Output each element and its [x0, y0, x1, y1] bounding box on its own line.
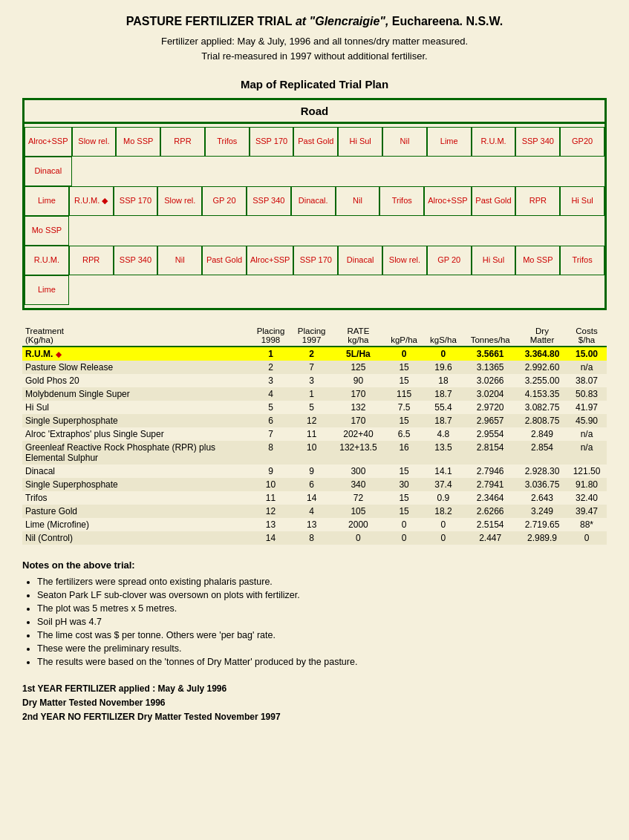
footer-line2: Dry Matter Tested November 1996 [22, 696, 607, 710]
cell-rate: 72 [332, 491, 384, 505]
cell-placing98: 2 [250, 361, 291, 374]
map-cell: RPR [160, 127, 205, 157]
cell-rate: 170 [332, 414, 384, 427]
notes-section: Notes on the above trial: The fertilizer… [22, 560, 607, 667]
cell-placing98: 5 [250, 401, 291, 414]
cell-tonnes: 2.9720 [463, 401, 518, 414]
cell-kgp: 30 [385, 478, 424, 491]
cell-dry: 2.808.75 [518, 414, 567, 427]
map-row-1: Alroc+SSPSlow rel.Mo SSPRPRTrifosSSP 170… [25, 127, 604, 186]
cell-tonnes: 2.3464 [463, 491, 518, 505]
map-cell: Dinacal [25, 157, 72, 186]
cell-costs: n/a [567, 427, 607, 441]
col-placing97: Placing1997 [291, 325, 332, 347]
map-cell: Nil [336, 186, 380, 216]
cell-dry: 3.249 [518, 505, 567, 518]
cell-tonnes: 2.5154 [463, 518, 518, 531]
cell-dry: 2.849 [518, 427, 567, 441]
cell-treatment: Greenleaf Reactive Rock Phosphate (RPR) … [22, 441, 232, 465]
map-cell: Lime [427, 127, 472, 157]
map-cell: Nil [157, 246, 202, 275]
cell-placing97: 11 [291, 427, 332, 441]
cell-rate: 90 [332, 374, 384, 387]
cell-dry: 2.989.9 [518, 531, 567, 545]
cell-costs: 15.00 [567, 347, 607, 361]
cell-treatment: Pasture Slow Release [22, 361, 232, 374]
cell-placing98: 8 [250, 441, 291, 465]
map-cell: Slow rel. [157, 186, 202, 216]
table-row: Single Superphosphate1063403037.42.79413… [22, 478, 607, 491]
cell-dry: 3.255.00 [518, 374, 567, 387]
col-rate: RATEkg/ha [332, 325, 384, 347]
map-cell: Past Gold [202, 246, 247, 275]
table-row: Pasture Gold1241051518.22.62663.24939.47 [22, 505, 607, 518]
cell-placing97: 12 [291, 414, 332, 427]
map-cell: Alroc+SSP [247, 246, 294, 275]
cell-costs: 91.80 [567, 478, 607, 491]
notes-item: Seaton Park LF sub-clover was oversown o… [37, 590, 607, 600]
notes-item: These were the preliminary results. [37, 643, 607, 654]
map-row-2: LimeR.U.M. ◆SSP 170Slow rel.GP 20SSP 340… [25, 186, 604, 246]
cell-kgs: 4.8 [423, 427, 463, 441]
cell-placing98: 13 [250, 518, 291, 531]
map-cell: Lime [25, 275, 69, 305]
cell-kgp: 15 [385, 361, 424, 374]
cell-placing98: 9 [250, 465, 291, 478]
map-cell: R.U.M. [25, 246, 69, 275]
cell-dry: 3.082.75 [518, 401, 567, 414]
table-row: Dinacal993001514.12.79462.928.30121.50 [22, 465, 607, 478]
cell-rate: 202+40 [332, 427, 384, 441]
cell-treatment: Gold Phos 20 [22, 374, 232, 387]
table-row: Single Superphosphate6121701518.72.96572… [22, 414, 607, 427]
cell-treatment: Pasture Gold [22, 505, 232, 518]
title-rest: Euchareena. N.S.W. [388, 15, 503, 27]
cell-tonnes: 3.0204 [463, 387, 518, 401]
cell-kgp: 15 [385, 491, 424, 505]
notes-item: The fertilizers were spread onto existin… [37, 577, 607, 587]
table-row: Lime (Microfine)13132000002.51542.719.65… [22, 518, 607, 531]
page-title: PASTURE FERTILIZER TRIAL at "Glencraigie… [22, 15, 607, 28]
cell-tonnes: 2.7941 [463, 478, 518, 491]
col-placing98: Placing1998 [250, 325, 291, 347]
cell-dry: 2.643 [518, 491, 567, 505]
cell-costs: 121.50 [567, 465, 607, 478]
cell-rate: 0 [332, 531, 384, 545]
cell-tonnes: 3.0266 [463, 374, 518, 387]
cell-kgp: 15 [385, 505, 424, 518]
map-cell: SSP 340 [515, 127, 560, 157]
cell-treatment: Alroc 'Extraphos' plus Single Super [22, 427, 232, 441]
map-cell: Trifos [205, 127, 250, 157]
cell-rate: 2000 [332, 518, 384, 531]
cell-placing97: 13 [291, 518, 332, 531]
map-cell: Trifos [560, 246, 604, 275]
cell-kgs: 14.1 [423, 465, 463, 478]
cell-kgp: 7.5 [385, 401, 424, 414]
cell-kgs: 37.4 [423, 478, 463, 491]
cell-treatment: Single Superphosphate [22, 414, 232, 427]
cell-rate: 5L/Ha [332, 347, 384, 361]
cell-placing97: 14 [291, 491, 332, 505]
cell-treatment: Dinacal [22, 465, 232, 478]
map-cell: SSP 170 [293, 246, 338, 275]
cell-dry: 3.036.75 [518, 478, 567, 491]
cell-kgs: 18 [423, 374, 463, 387]
map-cell: RPR [515, 186, 560, 216]
cell-tonnes: 2.6266 [463, 505, 518, 518]
cell-tonnes: 2.9554 [463, 427, 518, 441]
cell-kgp: 115 [385, 387, 424, 401]
map-title: Map of Replicated Trial Plan [22, 78, 607, 91]
cell-kgs: 55.4 [423, 401, 463, 414]
footer-line1: 1st YEAR FERTILIZER applied : May & July… [22, 682, 607, 696]
notes-item: The lime cost was $ per tonne. Others we… [37, 630, 607, 640]
cell-treatment: R.U.M. ◆ [22, 347, 232, 361]
cell-placing98: 7 [250, 427, 291, 441]
col-costs: Costs$/ha [567, 325, 607, 347]
cell-costs: 38.07 [567, 374, 607, 387]
cell-rate: 300 [332, 465, 384, 478]
table-row: Greenleaf Reactive Rock Phosphate (RPR) … [22, 441, 607, 465]
col-kgp: kgP/ha [385, 325, 424, 347]
cell-kgs: 0.9 [423, 491, 463, 505]
notes-item: The results were based on the 'tonnes of… [37, 657, 607, 667]
cell-kgp: 0 [385, 531, 424, 545]
map-row-3: R.U.M.RPRSSP 340NilPast GoldAlroc+SSPSSP… [25, 246, 604, 305]
